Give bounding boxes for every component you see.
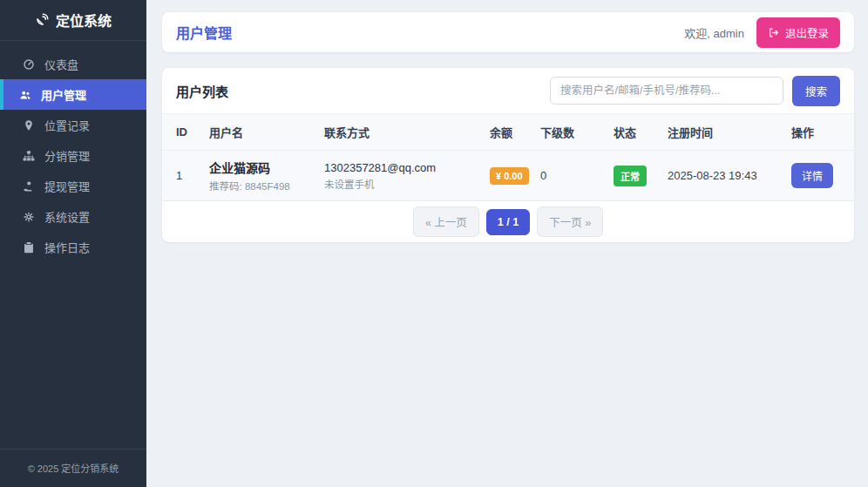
sidebar-item-logs[interactable]: 操作日志 bbox=[0, 232, 146, 262]
sitemap-icon bbox=[23, 150, 35, 162]
sidebar-item-withdrawals[interactable]: 提现管理 bbox=[0, 171, 146, 201]
cell-balance: ¥ 0.00 bbox=[490, 151, 540, 201]
search-button[interactable]: 搜索 bbox=[792, 76, 840, 106]
satellite-dish-icon bbox=[35, 13, 49, 27]
next-page-button[interactable]: 下一页 » bbox=[537, 206, 603, 237]
sidebar-item-dashboard[interactable]: 仪表盘 bbox=[0, 49, 146, 79]
col-registered: 注册时间 bbox=[668, 114, 791, 151]
panel-header: 用户列表 搜索 bbox=[162, 68, 854, 114]
phone-text: 未设置手机 bbox=[324, 177, 483, 191]
sidebar-item-label: 提现管理 bbox=[44, 178, 90, 194]
settings-icon bbox=[23, 211, 35, 223]
col-balance: 余额 bbox=[490, 114, 540, 151]
cell-contact: 1302357281@qq.com 未设置手机 bbox=[324, 151, 490, 201]
sidebar-item-label: 位置记录 bbox=[44, 117, 90, 133]
logout-button[interactable]: 退出登录 bbox=[756, 17, 840, 48]
sidebar-item-settings[interactable]: 系统设置 bbox=[0, 201, 146, 232]
details-button[interactable]: 详情 bbox=[791, 163, 833, 188]
copyright: © 2025 定位分销系统 bbox=[0, 449, 146, 487]
sidebar-item-distribution[interactable]: 分销管理 bbox=[0, 140, 146, 171]
col-actions: 操作 bbox=[791, 114, 854, 151]
username-text: 企业猫源码 bbox=[209, 159, 317, 176]
app-logo: 定位系统 bbox=[0, 0, 146, 41]
sidebar-item-locations[interactable]: 位置记录 bbox=[0, 110, 146, 140]
table-row: 1 企业猫源码 推荐码: 8845F498 1302357281@qq.com … bbox=[162, 151, 854, 201]
sidebar: 定位系统 仪表盘 用户管理 位置记录 bbox=[0, 0, 146, 487]
welcome-text: 欢迎, admin bbox=[684, 24, 744, 41]
status-badge: 正常 bbox=[614, 166, 647, 186]
sidebar-item-label: 操作日志 bbox=[44, 239, 90, 255]
header-right: 欢迎, admin 退出登录 bbox=[684, 17, 840, 48]
log-icon bbox=[23, 241, 35, 254]
referral-code-text: 推荐码: 8845F498 bbox=[209, 179, 317, 193]
sidebar-item-users[interactable]: 用户管理 bbox=[0, 79, 146, 110]
sign-out-icon bbox=[768, 27, 779, 38]
page-header: 用户管理 欢迎, admin 退出登录 bbox=[162, 12, 854, 52]
main-area: 用户管理 欢迎, admin 退出登录 用户列表 搜索 bbox=[146, 0, 868, 487]
search-group: 搜索 bbox=[550, 76, 840, 106]
col-subordinates: 下级数 bbox=[540, 114, 614, 151]
dashboard-icon bbox=[23, 58, 35, 71]
search-input[interactable] bbox=[550, 77, 783, 105]
col-status: 状态 bbox=[614, 114, 668, 151]
sidebar-item-label: 仪表盘 bbox=[44, 56, 78, 72]
sidebar-item-label: 系统设置 bbox=[44, 208, 90, 225]
cell-actions: 详情 bbox=[791, 151, 854, 201]
sidebar-item-label: 分销管理 bbox=[44, 147, 90, 164]
email-text: 1302357281@qq.com bbox=[324, 161, 483, 174]
prev-page-button[interactable]: « 上一页 bbox=[413, 206, 479, 237]
logout-label: 退出登录 bbox=[785, 24, 829, 41]
user-table: ID 用户名 联系方式 余额 下级数 状态 注册时间 操作 1 企业猫源码 推荐… bbox=[162, 114, 854, 201]
cell-subordinates: 0 bbox=[540, 151, 614, 201]
sidebar-menu: 仪表盘 用户管理 位置记录 分销管理 bbox=[0, 41, 146, 449]
col-contact: 联系方式 bbox=[324, 114, 490, 151]
withdraw-icon bbox=[23, 180, 35, 193]
pagination: « 上一页 1 / 1 下一页 » bbox=[162, 201, 854, 242]
user-list-panel: 用户列表 搜索 ID 用户名 联系方式 余额 下级数 状态 注 bbox=[162, 68, 854, 242]
app-title: 定位系统 bbox=[56, 10, 112, 30]
table-header-row: ID 用户名 联系方式 余额 下级数 状态 注册时间 操作 bbox=[162, 114, 854, 151]
cell-registered: 2025-08-23 19:43 bbox=[668, 151, 791, 201]
col-id: ID bbox=[162, 114, 209, 151]
page-title: 用户管理 bbox=[176, 22, 232, 43]
balance-badge: ¥ 0.00 bbox=[490, 167, 529, 185]
col-username: 用户名 bbox=[209, 114, 324, 151]
map-marker-icon bbox=[23, 119, 35, 132]
cell-status: 正常 bbox=[614, 151, 668, 201]
current-page-indicator[interactable]: 1 / 1 bbox=[486, 209, 530, 235]
users-icon bbox=[19, 89, 31, 101]
cell-username: 企业猫源码 推荐码: 8845F498 bbox=[209, 151, 324, 201]
cell-id: 1 bbox=[162, 151, 209, 201]
sidebar-item-label: 用户管理 bbox=[41, 86, 86, 103]
panel-title: 用户列表 bbox=[176, 82, 228, 100]
